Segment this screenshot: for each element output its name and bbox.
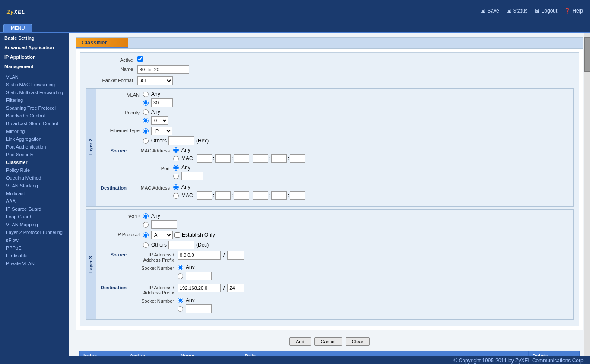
sidebar-item-filtering[interactable]: Filtering (0, 96, 69, 104)
vlan-any-radio[interactable] (143, 92, 149, 97)
ethernet-others-input[interactable] (168, 136, 194, 145)
help-link[interactable]: ❓ Help (564, 8, 583, 14)
src-socket-label: Socket Number (130, 264, 178, 271)
dest-mac-4[interactable] (253, 191, 268, 200)
dscp-value-radio[interactable] (143, 222, 149, 228)
active-checkbox[interactable] (137, 56, 143, 62)
dest-socket-input[interactable] (186, 304, 212, 313)
l3-source-label: Source (100, 251, 130, 282)
cancel-form-button[interactable]: Cancel (314, 337, 342, 346)
src-mac-2[interactable] (215, 154, 231, 163)
ethernet-others-radio[interactable] (143, 138, 149, 144)
sidebar-item-vlan[interactable]: VLAN (0, 73, 69, 81)
src-socket-control: Any (178, 264, 212, 280)
dscp-any-radio[interactable] (143, 213, 149, 219)
menu-tab[interactable]: MENU (3, 24, 32, 32)
src-ip-input[interactable] (178, 251, 221, 260)
src-socket-input[interactable] (186, 272, 212, 280)
sidebar-item-aaa[interactable]: AAA (0, 197, 69, 205)
src-mac-radio[interactable] (173, 156, 179, 161)
sidebar-item-queuing[interactable]: Queuing Method (0, 174, 69, 182)
sidebar-item-stp[interactable]: Spanning Tree Protocol (0, 104, 69, 112)
priority-any-radio[interactable] (143, 109, 149, 115)
ip-others-input[interactable] (168, 241, 194, 249)
status-link[interactable]: 🖫 Status (506, 8, 528, 14)
dest-mac-1[interactable] (197, 191, 212, 200)
src-mac-1[interactable] (197, 154, 212, 163)
sidebar-item-broadcast[interactable]: Broadcast Storm Control (0, 120, 69, 127)
sidebar-item-vlan-mapping[interactable]: VLAN Mapping (0, 221, 69, 228)
priority-select[interactable]: 0123 4567 (151, 116, 168, 125)
sidebar-item-sflow[interactable]: sFlow (0, 236, 69, 244)
logo: ZyXEL (7, 5, 25, 16)
dest-mac-radio[interactable] (173, 193, 179, 199)
sidebar-item-errdisable[interactable]: Errdisable (0, 252, 69, 260)
dest-mac-6[interactable] (290, 191, 305, 200)
sidebar-section-ip[interactable]: IP Application (0, 52, 69, 61)
sidebar-section-mgmt[interactable]: Management (0, 61, 69, 71)
ethernet-ip-radio[interactable] (143, 128, 149, 134)
sidebar-item-bandwidth[interactable]: Bandwidth Control (0, 112, 69, 120)
packet-format-select[interactable]: All Ethernet II IEEE 802.3 (137, 76, 173, 85)
logout-link[interactable]: 🖫 Logout (535, 8, 558, 14)
save-link[interactable]: 🖫 Save (480, 8, 499, 14)
src-mac-4[interactable] (253, 154, 268, 163)
ethernet-type-select[interactable]: IP ARP (151, 127, 172, 135)
dest-socket-radio[interactable] (178, 306, 183, 312)
dscp-input[interactable] (151, 220, 177, 229)
l3-dest-label: Destination (100, 284, 130, 315)
src-mac-5[interactable] (271, 154, 287, 163)
src-mac-any-radio[interactable] (173, 147, 179, 153)
vlan-value-radio[interactable] (143, 100, 149, 106)
sidebar-item-mirroring[interactable]: Mirroring (0, 127, 69, 135)
src-socket-value-row (178, 272, 212, 280)
src-mac-3[interactable] (234, 154, 249, 163)
scrollbar-thumb[interactable] (584, 37, 590, 72)
sidebar-item-vlan-stacking[interactable]: VLAN Stacking (0, 182, 69, 190)
src-prefix-input[interactable] (227, 251, 244, 260)
dest-socket-any-radio[interactable] (178, 298, 183, 303)
ip-others-radio[interactable] (143, 242, 149, 248)
src-mac-inputs: : : : : (197, 154, 306, 163)
priority-any-row: Any (143, 109, 168, 115)
sidebar-item-private-vlan[interactable]: Private VLAN (0, 260, 69, 267)
sidebar-item-ip-source-guard[interactable]: IP Source Guard (0, 205, 69, 213)
sidebar-item-link-agg[interactable]: Link Aggregation (0, 135, 69, 143)
sidebar-item-pppoe[interactable]: PPPoE (0, 244, 69, 252)
ip-all-radio[interactable] (143, 232, 149, 238)
sidebar-item-l2-tunneling[interactable]: Layer 2 Protocol Tunneling (0, 228, 69, 236)
sidebar-item-loop-guard[interactable]: Loop Guard (0, 213, 69, 221)
src-port-any-radio[interactable] (173, 165, 179, 171)
src-port-radio[interactable] (173, 174, 179, 179)
name-input[interactable] (137, 65, 189, 74)
sidebar-item-static-mac[interactable]: Static MAC Forwarding (0, 81, 69, 89)
dest-ip-input[interactable] (178, 284, 221, 292)
sidebar-item-multicast[interactable]: Multicast (0, 190, 69, 197)
add-button[interactable]: Add (289, 337, 311, 346)
sidebar-section-basic[interactable]: Basic Setting (0, 33, 69, 42)
dest-mac-any-radio[interactable] (173, 184, 179, 190)
src-socket-any-radio[interactable] (178, 265, 183, 270)
dest-prefix-input[interactable] (227, 284, 244, 292)
sidebar-section-advanced[interactable]: Advanced Application (0, 42, 69, 52)
vlan-control: Any (143, 91, 173, 107)
src-port-input[interactable] (181, 172, 203, 180)
sidebar-item-policy[interactable]: Policy Rule (0, 166, 69, 174)
ip-protocol-select[interactable]: All TCP UDP (151, 231, 173, 239)
dest-mac-5[interactable] (271, 191, 287, 200)
sidebar-item-classifier[interactable]: Classifier (0, 158, 69, 166)
scrollbar[interactable] (584, 33, 590, 356)
priority-value-radio[interactable] (143, 118, 149, 123)
establish-only-checkbox[interactable] (174, 232, 180, 238)
dest-mac-3[interactable] (234, 191, 249, 200)
sidebar-item-port-auth[interactable]: Port Authentication (0, 143, 69, 151)
dest-mac-2[interactable] (215, 191, 231, 200)
sidebar-item-port-sec[interactable]: Port Security (0, 151, 69, 158)
clear-button[interactable]: Clear (346, 337, 370, 346)
priority-any-label: Any (151, 109, 160, 115)
src-mac-6[interactable] (290, 154, 305, 163)
vlan-value-input[interactable] (151, 98, 173, 107)
vlan-any-label: Any (151, 91, 160, 97)
sidebar-item-static-multicast[interactable]: Static Multicast Forwarding (0, 89, 69, 96)
src-socket-radio[interactable] (178, 273, 183, 279)
